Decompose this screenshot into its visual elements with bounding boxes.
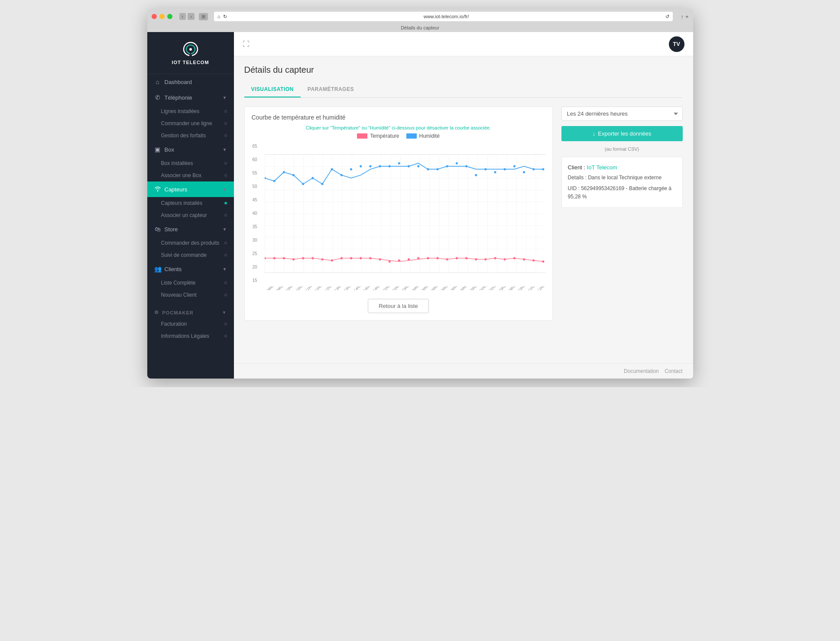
chart-svg — [265, 144, 545, 283]
svg-rect-1 — [265, 155, 545, 273]
sidebar-label-dashboard: Dashboard — [165, 79, 227, 85]
svg-point-9 — [311, 177, 314, 179]
sidebar-item-pocmaker[interactable]: ⚙ POCMAKER ▼ — [147, 305, 234, 318]
svg-point-43 — [350, 257, 352, 259]
y-axis: 65 60 55 50 45 40 35 30 25 20 15 — [253, 144, 257, 283]
browser-tab-title: Détails du capteur — [147, 24, 693, 32]
svg-point-8 — [302, 183, 304, 185]
tab-parametrages[interactable]: PARAMÉTRAGES — [301, 82, 361, 97]
sidebar-item-infos-legales[interactable]: Informations Légales — [147, 330, 234, 342]
svg-point-31 — [522, 171, 525, 173]
sensor-detail: Details : Dans le local Technique extern… — [568, 174, 676, 182]
sidebar-item-telephonie[interactable]: ✆ Téléphonie ▼ — [147, 90, 234, 105]
svg-point-30 — [513, 165, 515, 167]
wifi-icon — [154, 186, 161, 193]
svg-point-49 — [407, 258, 409, 260]
sidebar-item-box[interactable]: ▣ Box ▼ — [147, 142, 234, 157]
page-title: Détails du capteur — [244, 65, 683, 75]
svg-point-38 — [302, 257, 304, 259]
svg-point-51 — [427, 257, 429, 259]
svg-point-21 — [427, 168, 429, 170]
svg-point-16 — [379, 165, 381, 167]
phone-icon: ✆ — [154, 94, 161, 101]
sidebar-item-commander-ligne[interactable]: Commander une ligne — [147, 117, 234, 129]
dot-associer-capteur — [224, 214, 227, 217]
chevron-capteurs-icon: ▼ — [223, 187, 227, 192]
svg-point-56 — [475, 258, 477, 260]
export-button[interactable]: ↓ Exporter les données — [561, 126, 683, 141]
svg-point-32 — [532, 168, 535, 170]
sidebar-item-capteurs[interactable]: Capteurs ▼ — [147, 181, 234, 197]
chevron-box-icon: ▼ — [223, 147, 227, 152]
tab-visualisation[interactable]: VISUALISATION — [244, 82, 301, 97]
legend-humidity[interactable]: Humidité — [406, 133, 440, 139]
browser-newtab-btn[interactable]: + — [685, 13, 689, 20]
svg-point-42 — [340, 257, 342, 259]
sidebar-item-associer-box[interactable]: Associer une Box — [147, 169, 234, 181]
sensor-client-prefix: Client : — [568, 164, 587, 171]
svg-point-27 — [484, 168, 486, 170]
sidebar-item-lignes[interactable]: Lignes installées — [147, 105, 234, 117]
svg-point-18 — [398, 162, 400, 164]
svg-point-29 — [503, 168, 506, 170]
sidebar-item-facturation[interactable]: Facturation — [147, 318, 234, 330]
browser-maximize-btn[interactable] — [167, 14, 172, 19]
dot-facturation — [224, 323, 227, 325]
chevron-telephonie-icon: ▼ — [223, 95, 227, 100]
sidebar-item-nouveau-client[interactable]: Nouveau Client — [147, 289, 234, 301]
svg-point-10 — [321, 183, 323, 185]
time-range-select[interactable]: Les 24 dernières heures Les 7 derniers j… — [561, 107, 683, 121]
legend-temperature[interactable]: Température — [357, 133, 399, 139]
svg-point-39 — [311, 257, 314, 259]
browser-forward-btn[interactable]: › — [188, 13, 195, 20]
store-icon: 🛍 — [154, 226, 161, 233]
x-axis: 09h00 09h20 10h01 10h21 11h41 12h01 12h2… — [265, 286, 545, 290]
sidebar-item-forfaits[interactable]: Gestion des forfaits — [147, 129, 234, 142]
svg-point-22 — [436, 168, 438, 170]
expand-button[interactable]: ⛶ — [243, 40, 250, 48]
tabs: VISUALISATION PARAMÉTRAGES — [244, 82, 683, 98]
svg-point-36 — [282, 257, 285, 259]
logo-area: IOT TELECOM — [147, 32, 234, 74]
sidebar-item-commander-produits[interactable]: Commander des produits — [147, 237, 234, 249]
right-panel: Les 24 dernières heures Les 7 derniers j… — [561, 107, 683, 320]
refresh-icon: ↻ — [223, 14, 227, 19]
svg-point-11 — [331, 168, 333, 170]
return-button[interactable]: Retour à la liste — [368, 299, 428, 313]
svg-point-23 — [446, 165, 448, 167]
sidebar-item-capteurs-installes[interactable]: Capteurs installés — [147, 197, 234, 209]
footer-documentation-link[interactable]: Documentation — [624, 368, 659, 374]
sidebar-item-box-installee[interactable]: Box installées — [147, 157, 234, 169]
browser-back-btn[interactable]: ‹ — [179, 13, 186, 20]
dot-commander-ligne — [224, 122, 227, 125]
sensor-client-link[interactable]: IoT Telecom — [587, 164, 617, 171]
sidebar-label-clients: Clients — [165, 266, 219, 272]
export-sub-label: (au format CSV) — [561, 146, 683, 152]
dot-nouveau-client — [224, 294, 227, 296]
sidebar-item-dashboard[interactable]: ⌂ Dashboard — [147, 74, 234, 90]
dot-associer-box — [224, 174, 227, 177]
chart-panel: Courbe de température et humidité Clique… — [244, 107, 553, 320]
chart-title: Courbe de température et humidité — [252, 114, 545, 121]
svg-point-53 — [446, 258, 448, 260]
dot-box-installee — [224, 162, 227, 165]
svg-point-13 — [350, 168, 352, 170]
browser-view-btn[interactable]: ⊞ — [199, 13, 208, 20]
svg-point-20 — [417, 165, 419, 167]
legend-temp-label: Température — [370, 133, 399, 139]
browser-minimize-btn[interactable] — [159, 14, 165, 19]
sidebar-label-capteurs: Capteurs — [165, 186, 219, 193]
sidebar-item-store[interactable]: 🛍 Store ▼ — [147, 221, 234, 237]
svg-point-17 — [388, 165, 390, 167]
sidebar-item-clients[interactable]: 👥 Clients ▼ — [147, 261, 234, 277]
svg-point-7 — [292, 174, 294, 176]
chart-legend: Température Humidité — [252, 133, 545, 139]
sidebar-item-liste-complete[interactable]: Liste Complète — [147, 277, 234, 289]
footer-contact-link[interactable]: Contact — [665, 368, 682, 374]
svg-point-55 — [465, 257, 467, 259]
sidebar-item-suivi-commande[interactable]: Suivi de commande — [147, 249, 234, 261]
dot-capteurs-installes — [224, 202, 227, 204]
sidebar-item-associer-capteur[interactable]: Associer un capteur — [147, 209, 234, 221]
browser-share-btn[interactable]: ↑ — [681, 13, 684, 20]
browser-close-btn[interactable] — [152, 14, 157, 19]
